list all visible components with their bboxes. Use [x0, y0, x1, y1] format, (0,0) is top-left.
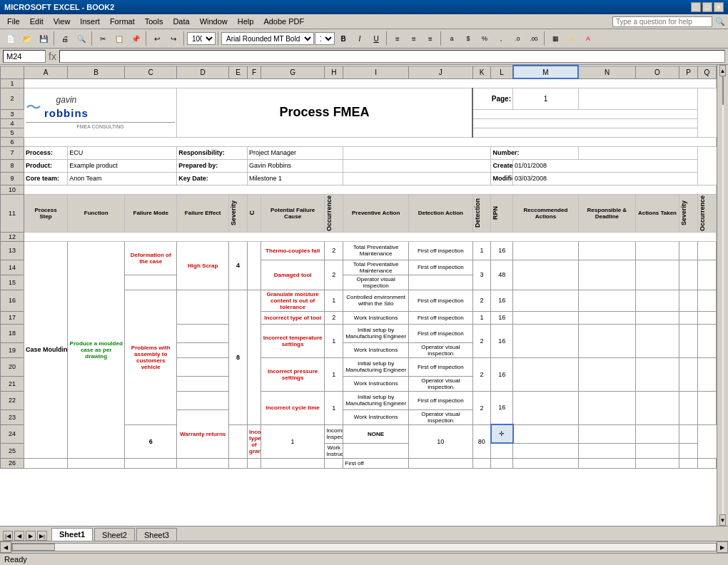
- rec-r24[interactable]: ✛: [491, 424, 513, 443]
- fm-r26[interactable]: [125, 458, 177, 468]
- det-r17[interactable]: 1: [472, 311, 491, 324]
- col-header-J[interactable]: J: [409, 66, 472, 78]
- open-button[interactable]: 📂: [19, 31, 35, 46]
- modified-value[interactable]: 03/03/2008: [513, 172, 698, 185]
- c-r16[interactable]: [248, 290, 261, 424]
- occ-cell-r14[interactable]: 2: [325, 260, 343, 290]
- resp-r14[interactable]: [578, 260, 635, 290]
- rec-r26[interactable]: [513, 458, 579, 468]
- pfc-r16[interactable]: Granulate moisture content is out of tol…: [261, 290, 324, 311]
- new-button[interactable]: 📄: [3, 31, 19, 46]
- col-header-D[interactable]: D: [177, 66, 229, 78]
- col-header-M[interactable]: M: [513, 66, 579, 78]
- occ2-r18[interactable]: [697, 324, 716, 357]
- scroll-right-button[interactable]: ▶: [717, 541, 728, 553]
- pfc-r18[interactable]: Incorrect temperature settings: [261, 324, 324, 357]
- product-value[interactable]: Example product: [68, 159, 177, 172]
- det-action-r23[interactable]: Operator visual inspection: [409, 409, 472, 424]
- det-action-r22[interactable]: First off inspection: [409, 391, 472, 409]
- rec-r16[interactable]: [513, 290, 579, 311]
- sev2-r24[interactable]: [635, 424, 679, 443]
- menu-help[interactable]: Help: [233, 16, 258, 27]
- prev-action-r22[interactable]: Initial setup by Manufacturing Engineer: [343, 391, 409, 409]
- font-color-button[interactable]: A: [580, 31, 596, 46]
- occ2-r17[interactable]: [697, 311, 716, 324]
- h-scroll-track[interactable]: [11, 543, 717, 551]
- sev-r26[interactable]: [229, 458, 248, 468]
- col-header-N[interactable]: N: [578, 66, 635, 78]
- menu-view[interactable]: View: [49, 16, 75, 27]
- det-action-r15[interactable]: Operator visual inspection: [343, 275, 409, 290]
- actions-r20[interactable]: [635, 357, 679, 391]
- align-center-button[interactable]: ≡: [406, 31, 422, 46]
- col-header-Q[interactable]: Q: [697, 66, 716, 78]
- align-right-button[interactable]: ≡: [423, 31, 438, 46]
- minimize-button[interactable]: _: [691, 2, 701, 12]
- sheet-tab-2[interactable]: Sheet2: [94, 528, 135, 541]
- cut-button[interactable]: ✂: [95, 31, 111, 46]
- actions-r25[interactable]: [578, 443, 635, 458]
- actions-r18[interactable]: [635, 324, 679, 357]
- occ2-r14[interactable]: [697, 260, 716, 290]
- row10-cell[interactable]: [24, 185, 716, 194]
- copy-button[interactable]: 📋: [111, 31, 127, 46]
- severity-r16[interactable]: 8: [229, 290, 248, 424]
- failure-effect-r20[interactable]: [177, 357, 229, 376]
- failure-mode-cell-r16[interactable]: Problems with assembly to customers vehi…: [125, 290, 177, 424]
- prev-action-r16[interactable]: Controlled environment within the Silo: [343, 290, 409, 311]
- underline-button[interactable]: U: [368, 31, 384, 46]
- occ-r20[interactable]: 1: [325, 357, 343, 391]
- failure-mode-cell-r13[interactable]: Deformation of the case: [125, 241, 177, 275]
- rpn-r13[interactable]: 16: [491, 241, 513, 260]
- function-r26[interactable]: [68, 458, 125, 468]
- pfc-cell-r13[interactable]: Thermo-couples fail: [261, 241, 324, 260]
- prev-action-r24[interactable]: Incoming Inspection: [325, 424, 343, 443]
- occ-r26[interactable]: [325, 458, 343, 468]
- sev2-r14[interactable]: [679, 260, 698, 290]
- sev2-r20[interactable]: [679, 357, 698, 391]
- failure-effect-r19[interactable]: [177, 342, 229, 357]
- horizontal-scrollbar[interactable]: ◀ ▶: [0, 541, 728, 553]
- menu-data[interactable]: Data: [168, 16, 193, 27]
- c-r26[interactable]: [248, 458, 261, 468]
- italic-button[interactable]: I: [352, 31, 368, 46]
- menu-edit[interactable]: Edit: [26, 16, 48, 27]
- percent-button[interactable]: %: [477, 31, 492, 46]
- sev2-r25[interactable]: [635, 443, 679, 458]
- scroll-down-button[interactable]: ▼: [719, 514, 727, 526]
- det-action-r18[interactable]: First off inspection: [409, 324, 472, 342]
- failure-effect-r22[interactable]: [177, 391, 229, 409]
- det-action-r14[interactable]: First off inspection: [409, 260, 472, 275]
- prev-action-r13[interactable]: Total Preventative Maintenance: [343, 241, 409, 260]
- rec-r17[interactable]: [513, 311, 579, 324]
- det-action-r25[interactable]: [343, 443, 409, 458]
- sheet-first-button[interactable]: |◀: [3, 531, 13, 541]
- occ2-r16[interactable]: [697, 290, 716, 311]
- resp-r24[interactable]: [513, 424, 579, 443]
- redo-button[interactable]: ↪: [166, 31, 181, 46]
- actions-taken-r13[interactable]: [635, 241, 679, 260]
- process-value[interactable]: ECU: [68, 146, 177, 159]
- occ2-r13[interactable]: [697, 241, 716, 260]
- c-cell-r13[interactable]: [248, 241, 261, 290]
- actions-r22[interactable]: [635, 391, 679, 424]
- sev2-r17[interactable]: [679, 311, 698, 324]
- pfc-r26[interactable]: [261, 458, 324, 468]
- sheet-prev-button[interactable]: ◀: [14, 531, 24, 541]
- rec-r20[interactable]: [513, 357, 579, 391]
- scroll-up-button[interactable]: ▲: [719, 65, 727, 76]
- vertical-scrollbar[interactable]: ▲ ▼: [717, 65, 728, 526]
- prev-action-r14[interactable]: Total Preventative Maintenance: [343, 260, 409, 275]
- prev-action-r15[interactable]: [125, 275, 177, 290]
- resp-r26[interactable]: [578, 458, 635, 468]
- pfc-r24[interactable]: Incorrect type of granulate: [248, 424, 261, 458]
- fe-r26[interactable]: [177, 458, 229, 468]
- det-r18[interactable]: 2: [472, 324, 491, 357]
- process-step-cell[interactable]: Case Moulding: [24, 241, 67, 458]
- cell-reference[interactable]: M24: [3, 50, 46, 63]
- rpn-r26[interactable]: [491, 458, 513, 468]
- maximize-button[interactable]: □: [702, 2, 712, 12]
- resp-r13[interactable]: [578, 241, 635, 260]
- menu-tools[interactable]: Tools: [141, 16, 168, 27]
- det-r13[interactable]: 1: [472, 241, 491, 260]
